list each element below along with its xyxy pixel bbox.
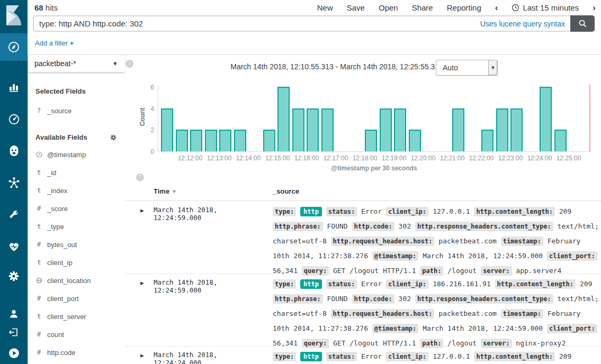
search-button[interactable] [570,15,595,32]
field-item-client-server[interactable]: tclient_server [28,307,124,325]
field-item-client-ip[interactable]: tclient_ip [28,253,124,271]
histogram-bar-12:16:00[interactable] [307,108,319,151]
field-type-letter: t [37,223,41,230]
time-back-button[interactable]: ‹ [495,3,498,12]
highlighted-value: http [300,279,322,289]
histogram-bar-12:24:30[interactable] [554,130,567,151]
time-column-header[interactable]: Time [154,187,176,195]
y-tick-label: 4 [142,105,154,113]
histogram-bar-12:11:30[interactable] [176,130,188,151]
histogram-bar-12:22:00[interactable] [481,130,494,151]
nav-machine-learning[interactable] [0,171,28,194]
fields-panel: packetbeat-* ▼ Selected Fields ?_source … [28,55,124,364]
expand-row-button[interactable]: ▶ [140,280,144,286]
interval-select[interactable]: Auto ▼ [436,60,498,76]
field-key-badge: http.content_length: [495,279,576,289]
field-item--source[interactable]: ?_source [28,102,124,120]
field-name: client_port [47,295,79,303]
histogram-bar-12:15:30[interactable] [292,108,304,151]
selected-fields-list: ?_source [28,102,124,120]
gauge-icon [7,113,21,126]
lucene-syntax-link[interactable]: Uses lucene query syntax [480,20,565,28]
nav-dashboard[interactable] [0,107,28,131]
nav-logout[interactable] [0,324,28,341]
index-pattern-selector[interactable]: packetbeat-* ▼ [28,55,124,72]
field-item--timestamp[interactable]: @timestamp [28,145,124,163]
field-item--score[interactable]: #_score [28,199,124,217]
histogram-bar-12:15:00[interactable] [277,87,290,151]
field-key-badge: client_ip: [386,352,428,361]
nav-account[interactable] [0,305,28,322]
field-type-letter: t [37,187,41,194]
histogram-bar-12:14:30[interactable] [263,130,275,151]
histogram-bar-12:19:00[interactable] [394,108,406,151]
menu-item-new[interactable]: New [317,3,333,12]
field-type-letter: t [37,169,41,176]
row-source: type: http status: Error client_ip: 127.… [273,204,600,276]
field-item-client-location[interactable]: client_location [28,271,124,289]
field-item--id[interactable]: t_id [28,163,124,181]
search-input[interactable] [34,19,480,28]
row-time: March 14th 2018, 12:24:24.000 [154,351,269,364]
histogram-bar-12:16:30[interactable] [321,108,334,151]
nav-visualize[interactable] [0,75,28,98]
y-tick-label: 0 [142,148,154,156]
x-axis-title: @timestamp per 30 seconds [158,165,590,172]
histogram-bar-12:18:00[interactable] [365,130,377,151]
histogram-bar-12:13:00[interactable] [219,130,231,151]
add-filter-button[interactable]: Add a filter + [35,39,74,47]
histogram-bar-12:22:30[interactable] [496,108,508,151]
histogram-bar-12:11:00[interactable] [161,108,173,151]
chevron-down-icon: ▼ [112,60,118,67]
histogram-bar-12:13:30[interactable] [234,130,246,151]
field-name: _index [47,187,67,195]
top-header: 68 hits NewSaveOpenShareReporting ‹ Last… [28,0,601,55]
clock-icon [36,151,42,158]
nav-monitoring[interactable] [0,235,28,258]
menu-item-open[interactable]: Open [379,3,398,12]
field-key-badge: timestamp: [501,236,543,246]
histogram-bar-12:12:30[interactable] [205,130,217,151]
highlighted-value: http [300,352,322,361]
collapse-histogram-button[interactable]: ˆ [136,174,144,181]
nav-management[interactable] [0,265,28,288]
histogram-bar-12:18:30[interactable] [380,108,392,151]
field-item-bytes-out[interactable]: #bytes_out [28,235,124,253]
histogram-bar-12:19:30[interactable] [409,130,421,151]
kibana-logo[interactable] [0,0,28,31]
nav-timelion[interactable] [0,139,28,162]
expand-row-button[interactable]: ▶ [140,353,144,358]
histogram-plot: 12:12:0012:13:0012:14:0012:15:0012:16:00… [158,85,590,152]
field-item-client-port[interactable]: #client_port [28,289,124,307]
expand-row-button[interactable]: ▶ [140,208,144,213]
time-forward-button[interactable]: › [593,3,596,12]
field-key-badge: http.response_headers.content_type: [415,222,553,231]
nav-collapse-toggle[interactable] [0,344,28,361]
clock-icon [512,4,519,12]
field-item-count[interactable]: #count [28,325,124,343]
field-settings-button[interactable] [110,134,117,141]
nav-dev-tools[interactable] [0,203,28,226]
field-key-badge: http.content_length: [474,352,555,361]
time-picker-button[interactable]: Last 15 minutes [512,3,579,12]
row-time: March 14th 2018, 12:24:59.000 [154,206,269,222]
menu-item-reporting[interactable]: Reporting [447,3,481,12]
nav-discover[interactable] [0,33,28,61]
menu-item-save[interactable]: Save [347,3,365,12]
search-icon [578,19,587,28]
hits-count: 68 hits [34,3,58,12]
menu-item-share[interactable]: Share [412,3,433,12]
histogram-bar-12:12:00[interactable] [190,130,202,151]
doc-table-header: Time _source [124,187,601,201]
histogram-bar-12:23:00[interactable] [510,108,523,151]
histogram-bar-12:24:00[interactable] [540,87,552,151]
histogram-bar-12:21:00[interactable] [452,108,464,151]
field-item--type[interactable]: t_type [28,217,124,235]
field-key-badge: status: [326,352,357,361]
field-item-http-code[interactable]: #http.code [28,343,124,361]
field-type-letter: ? [37,107,41,114]
globe-icon [36,277,42,284]
plus-icon: + [70,39,74,47]
field-type-letter: # [37,295,41,302]
field-item--index[interactable]: t_index [28,181,124,199]
